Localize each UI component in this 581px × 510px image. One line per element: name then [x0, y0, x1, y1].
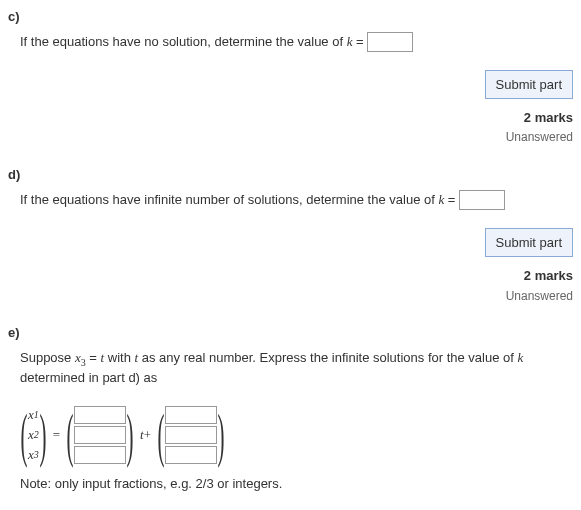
part-e-label: e) [8, 324, 573, 342]
paren-right-icon: ) [39, 405, 46, 465]
part-c-status: Unanswered [8, 129, 573, 146]
paren-right-icon: ) [127, 405, 134, 465]
paren-right-icon: ) [218, 405, 225, 465]
x3-sub: 3 [34, 448, 39, 462]
part-c-question: If the equations have no solution, deter… [20, 32, 573, 52]
part-c-marks: 2 marks [8, 109, 573, 127]
var-k: k [438, 192, 444, 207]
vec1-r2-input[interactable] [74, 426, 126, 444]
paren-left-icon: ( [158, 405, 165, 465]
var-k: k [347, 34, 353, 49]
eq: = [86, 350, 101, 365]
text: as any real number. Express the infinite… [138, 350, 517, 365]
x1-sub: 1 [34, 408, 39, 422]
t-coef: t+ [140, 426, 151, 444]
part-d-question: If the equations have infinite number of… [20, 190, 573, 210]
part-d-text: If the equations have infinite number of… [20, 192, 438, 207]
vec1-r1-input[interactable] [74, 406, 126, 424]
part-d-submit-button[interactable]: Submit part [485, 228, 573, 257]
vec2-r2-input[interactable] [165, 426, 217, 444]
part-d-label: d) [8, 166, 573, 184]
part-d-marks: 2 marks [8, 267, 573, 285]
text: determined in part d) as [20, 370, 157, 385]
k-var: k [518, 350, 524, 365]
vector-equation: ( x1 x2 x3 ) = ( ) t+ ( ) [20, 405, 573, 465]
vec2-r1-input[interactable] [165, 406, 217, 424]
lhs-vector: x1 x2 x3 [28, 405, 39, 465]
part-c-input[interactable] [367, 32, 413, 52]
vec2-r3-input[interactable] [165, 446, 217, 464]
vec2 [165, 405, 217, 465]
x2-sub: 2 [34, 428, 39, 442]
equals-sign: = [356, 34, 364, 49]
text: with [104, 350, 134, 365]
vec1 [74, 405, 126, 465]
paren-left-icon: ( [20, 405, 27, 465]
part-e-question: Suppose x3 = t with t as any real number… [20, 349, 573, 388]
text: Suppose [20, 350, 75, 365]
part-c-submit-button[interactable]: Submit part [485, 70, 573, 99]
part-c-text: If the equations have no solution, deter… [20, 34, 347, 49]
equals-sign: = [448, 192, 456, 207]
part-c-label: c) [8, 8, 573, 26]
part-d-input[interactable] [459, 190, 505, 210]
part-d-status: Unanswered [8, 288, 573, 305]
part-e-note: Note: only input fractions, e.g. 2/3 or … [20, 475, 573, 493]
equals-sign: = [53, 426, 60, 444]
paren-left-icon: ( [67, 405, 74, 465]
vec1-r3-input[interactable] [74, 446, 126, 464]
